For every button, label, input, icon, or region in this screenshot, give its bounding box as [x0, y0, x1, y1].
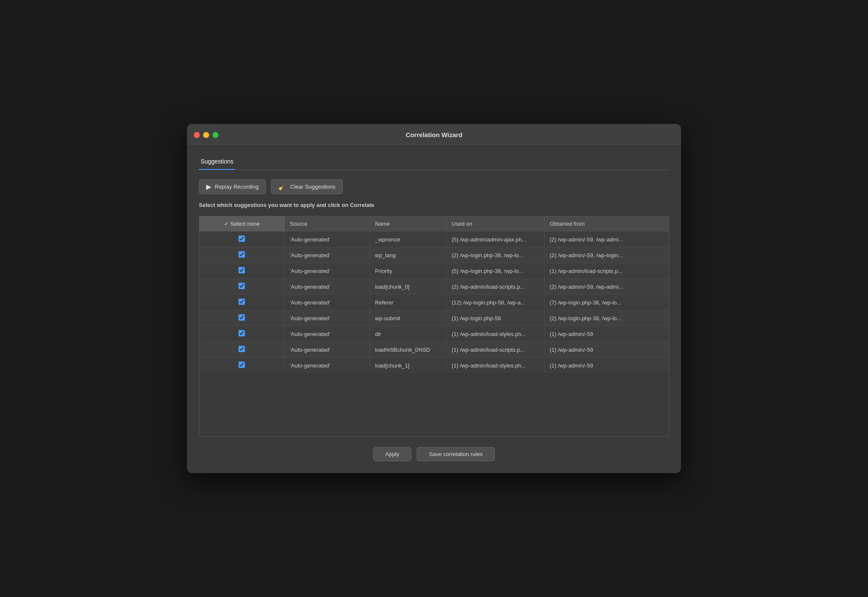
replay-label: Replay Recording [215, 184, 259, 190]
obtained-from-cell: (1) /wp-admin/load-scripts.p... [544, 263, 669, 279]
obtained-from-cell: (2) /wp-admin/-59, /wp-admi... [544, 232, 669, 247]
table-row: 'Auto-generated'load%5Bchunk_0%5D(1) /wp… [199, 342, 669, 358]
footer-buttons: Apply Save correlation rules [199, 447, 669, 461]
name-cell: dir [370, 326, 446, 342]
row-checkbox[interactable] [239, 283, 245, 289]
row-checkbox[interactable] [239, 298, 245, 305]
used-on-cell: (5) /wp-login.php-38, /wp-lo... [446, 263, 544, 279]
source-cell: 'Auto-generated' [285, 326, 370, 342]
titlebar: Correlation Wizard [187, 124, 681, 146]
used-on-cell: (1) /wp-admin/load-styles.ph... [446, 326, 544, 342]
name-cell: load[chunk_1] [370, 358, 446, 373]
used-on-cell: (1) /wp-login.php-58 [446, 310, 544, 326]
source-cell: 'Auto-generated' [285, 279, 370, 295]
obtained-from-header: Obtained from [544, 216, 669, 232]
source-cell: 'Auto-generated' [285, 342, 370, 358]
table-row: 'Auto-generated'Priority(5) /wp-login.ph… [199, 263, 669, 279]
main-window: Correlation Wizard Suggestions ▶ Replay … [187, 124, 681, 473]
obtained-from-cell: (1) /wp-admin/-59 [544, 342, 669, 358]
source-cell: 'Auto-generated' [285, 358, 370, 373]
checkbox-cell [199, 326, 285, 342]
table-row: 'Auto-generated'Referer(12) /wp-login.ph… [199, 295, 669, 310]
table-row: 'Auto-generated'dir(1) /wp-admin/load-st… [199, 326, 669, 342]
instruction-text: Select which suggestions you want to app… [199, 202, 669, 208]
clear-label: Clear Suggestions [290, 184, 335, 190]
source-cell: 'Auto-generated' [285, 263, 370, 279]
content-area: Suggestions ▶ Replay Recording 🧹 Clear S… [187, 146, 681, 473]
row-checkbox[interactable] [239, 235, 245, 242]
name-cell: wp-submit [370, 310, 446, 326]
suggestions-table-container: ✓ Select none Source Name Used on Obtain… [199, 216, 669, 437]
used-on-cell: (2) /wp-admin/load-scripts.p... [446, 279, 544, 295]
checkbox-cell [199, 232, 285, 247]
row-checkbox[interactable] [239, 330, 245, 336]
name-cell: _wpnonce [370, 232, 446, 247]
row-checkbox[interactable] [239, 251, 245, 258]
row-checkbox[interactable] [239, 362, 245, 368]
obtained-from-cell: (7) /wp-login.php-38, /wp-lo... [544, 295, 669, 310]
maximize-button[interactable] [213, 132, 218, 138]
source-cell: 'Auto-generated' [285, 232, 370, 247]
checkbox-cell [199, 358, 285, 373]
checkbox-cell [199, 247, 285, 263]
obtained-from-cell: (2) /wp-login.php-38, /wp-lo... [544, 310, 669, 326]
table-row: 'Auto-generated'wp_lang(2) /wp-login.php… [199, 247, 669, 263]
checkbox-cell [199, 263, 285, 279]
tab-bar: Suggestions [199, 155, 669, 170]
name-cell: Priority [370, 263, 446, 279]
used-on-cell: (1) /wp-admin/load-styles.ph... [446, 358, 544, 373]
row-checkbox[interactable] [239, 314, 245, 321]
window-controls [194, 132, 218, 138]
minimize-button[interactable] [203, 132, 209, 138]
close-button[interactable] [194, 132, 200, 138]
toolbar: ▶ Replay Recording 🧹 Clear Suggestions [199, 179, 669, 194]
apply-button[interactable]: Apply [373, 447, 412, 461]
source-cell: 'Auto-generated' [285, 247, 370, 263]
checkbox-cell [199, 295, 285, 310]
used-on-cell: (12) /wp-login.php-58, /wp-a... [446, 295, 544, 310]
used-on-cell: (1) /wp-admin/load-scripts.p... [446, 342, 544, 358]
obtained-from-cell: (1) /wp-admin/-59 [544, 326, 669, 342]
row-checkbox[interactable] [239, 267, 245, 273]
checkbox-cell [199, 310, 285, 326]
table-body: 'Auto-generated'_wpnonce(5) /wp-admin/ad… [199, 232, 669, 373]
name-header: Name [370, 216, 446, 232]
suggestions-table: ✓ Select none Source Name Used on Obtain… [199, 216, 669, 373]
tab-suggestions[interactable]: Suggestions [199, 155, 235, 170]
table-row: 'Auto-generated'load[chunk_0](2) /wp-adm… [199, 279, 669, 295]
used-on-cell: (5) /wp-admin/admin-ajax.ph... [446, 232, 544, 247]
obtained-from-cell: (2) /wp-admin/-59, /wp-login... [544, 247, 669, 263]
name-cell: load[chunk_0] [370, 279, 446, 295]
replay-recording-button[interactable]: ▶ Replay Recording [199, 179, 266, 194]
table-header: ✓ Select none Source Name Used on Obtain… [199, 216, 669, 232]
select-none-header[interactable]: ✓ Select none [199, 216, 285, 232]
name-cell: load%5Bchunk_0%5D [370, 342, 446, 358]
table-row: 'Auto-generated'_wpnonce(5) /wp-admin/ad… [199, 232, 669, 247]
window-title: Correlation Wizard [405, 131, 462, 138]
table-row: 'Auto-generated'load[chunk_1](1) /wp-adm… [199, 358, 669, 373]
clear-suggestions-button[interactable]: 🧹 Clear Suggestions [271, 179, 342, 194]
source-header: Source [285, 216, 370, 232]
play-icon: ▶ [206, 183, 211, 191]
checkbox-cell [199, 279, 285, 295]
checkbox-cell [199, 342, 285, 358]
name-cell: wp_lang [370, 247, 446, 263]
used-on-cell: (2) /wp-login.php-38, /wp-lo... [446, 247, 544, 263]
obtained-from-cell: (1) /wp-admin/-59 [544, 358, 669, 373]
source-cell: 'Auto-generated' [285, 295, 370, 310]
name-cell: Referer [370, 295, 446, 310]
row-checkbox[interactable] [239, 346, 245, 352]
source-cell: 'Auto-generated' [285, 310, 370, 326]
used-on-header: Used on [446, 216, 544, 232]
clear-icon: 🧹 [278, 183, 287, 191]
table-row: 'Auto-generated'wp-submit(1) /wp-login.p… [199, 310, 669, 326]
obtained-from-cell: (2) /wp-admin/-59, /wp-admi... [544, 279, 669, 295]
save-correlation-rules-button[interactable]: Save correlation rules [417, 447, 495, 461]
